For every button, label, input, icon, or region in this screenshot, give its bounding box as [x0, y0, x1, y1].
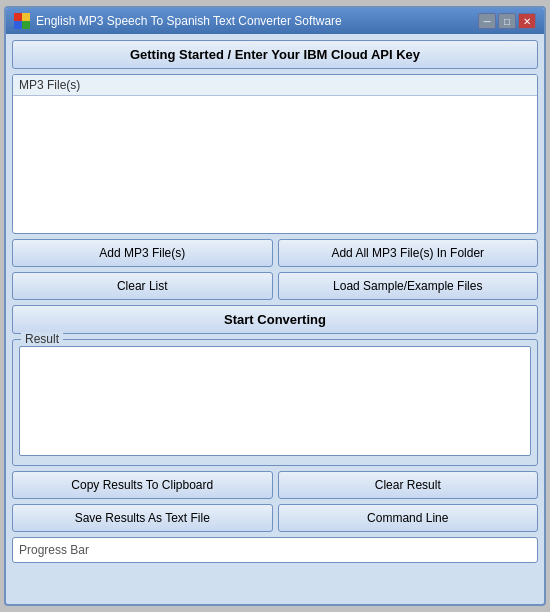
result-textarea[interactable] — [19, 346, 531, 456]
close-button[interactable]: ✕ — [518, 13, 536, 29]
clear-result-button[interactable]: Clear Result — [278, 471, 539, 499]
app-icon — [14, 13, 30, 29]
copy-clear-row: Copy Results To Clipboard Clear Result — [12, 471, 538, 499]
title-bar-left: English MP3 Speech To Spanish Text Conve… — [14, 13, 342, 29]
add-buttons-row: Add MP3 File(s) Add All MP3 File(s) In F… — [12, 239, 538, 267]
file-list-content[interactable] — [13, 96, 537, 233]
minimize-button[interactable]: ─ — [478, 13, 496, 29]
command-line-button[interactable]: Command Line — [278, 504, 539, 532]
file-list-header: MP3 File(s) — [13, 75, 537, 96]
content-area: Getting Started / Enter Your IBM Cloud A… — [6, 34, 544, 604]
load-sample-button[interactable]: Load Sample/Example Files — [278, 272, 539, 300]
window-title: English MP3 Speech To Spanish Text Conve… — [36, 14, 342, 28]
svg-rect-1 — [22, 13, 30, 21]
save-cmd-row: Save Results As Text File Command Line — [12, 504, 538, 532]
progress-bar: Progress Bar — [12, 537, 538, 563]
save-results-button[interactable]: Save Results As Text File — [12, 504, 273, 532]
clear-list-button[interactable]: Clear List — [12, 272, 273, 300]
svg-rect-3 — [22, 21, 30, 29]
maximize-button[interactable]: □ — [498, 13, 516, 29]
title-bar-controls: ─ □ ✕ — [478, 13, 536, 29]
clear-load-row: Clear List Load Sample/Example Files — [12, 272, 538, 300]
copy-results-button[interactable]: Copy Results To Clipboard — [12, 471, 273, 499]
add-all-mp3-button[interactable]: Add All MP3 File(s) In Folder — [278, 239, 539, 267]
add-mp3-button[interactable]: Add MP3 File(s) — [12, 239, 273, 267]
title-bar: English MP3 Speech To Spanish Text Conve… — [6, 8, 544, 34]
main-window: English MP3 Speech To Spanish Text Conve… — [4, 6, 546, 606]
svg-rect-0 — [14, 13, 22, 21]
result-legend: Result — [21, 332, 63, 346]
file-list-box: MP3 File(s) — [12, 74, 538, 234]
start-converting-button[interactable]: Start Converting — [12, 305, 538, 334]
progress-bar-label: Progress Bar — [19, 543, 89, 557]
result-group: Result — [12, 339, 538, 466]
getting-started-button[interactable]: Getting Started / Enter Your IBM Cloud A… — [12, 40, 538, 69]
svg-rect-2 — [14, 21, 22, 29]
